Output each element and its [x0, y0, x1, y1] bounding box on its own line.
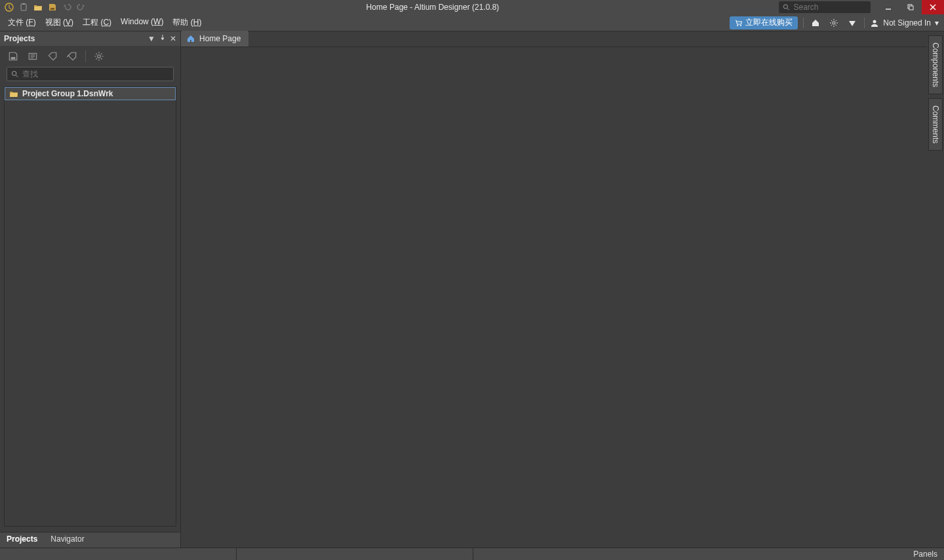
menu-window[interactable]: Window (W)	[121, 17, 163, 28]
svg-point-13	[873, 20, 876, 23]
sidebar-tab-comments[interactable]: Comments	[928, 98, 943, 151]
menu-file[interactable]: 文件 (F)	[8, 17, 36, 28]
title-bar: Home Page - Altium Designer (21.0.8)	[0, 0, 944, 14]
tag-icon[interactable]	[46, 50, 59, 63]
user-icon	[870, 18, 879, 28]
signin-dropdown[interactable]: Not Signed In ▾	[870, 18, 939, 28]
tab-navigator[interactable]: Navigator	[44, 532, 90, 548]
search-icon	[11, 70, 18, 78]
svg-rect-1	[22, 3, 25, 5]
svg-line-18	[16, 75, 18, 77]
svg-point-10	[737, 25, 738, 26]
search-icon	[783, 3, 789, 11]
home-icon	[186, 34, 195, 43]
save-disk-icon[interactable]	[7, 50, 20, 63]
svg-rect-2	[50, 8, 54, 10]
undo-icon[interactable]	[62, 2, 72, 12]
buy-online-button[interactable]: 立即在线购买	[730, 16, 798, 29]
svg-line-4	[787, 9, 789, 10]
redo-icon[interactable]	[76, 2, 87, 12]
menu-project[interactable]: 工程 (C)	[83, 17, 111, 28]
svg-point-11	[740, 25, 741, 26]
right-sidebar: Components Comments	[927, 31, 944, 548]
workspace-icon	[9, 89, 18, 98]
sidebar-tab-components[interactable]: Components	[928, 35, 943, 94]
svg-point-3	[783, 5, 787, 9]
save-icon[interactable]	[47, 2, 58, 12]
menu-help[interactable]: 帮助 (H)	[172, 17, 201, 28]
project-group-root[interactable]: Project Group 1.DsnWrk	[5, 87, 176, 100]
app-logo-icon	[4, 2, 14, 12]
svg-point-12	[833, 22, 835, 24]
buy-online-label: 立即在线购买	[745, 17, 793, 28]
pin-icon[interactable]	[159, 34, 166, 43]
document-tabs: Home Page	[181, 31, 927, 47]
chevron-down-icon: ▾	[935, 18, 939, 28]
signin-label: Not Signed In	[883, 18, 931, 28]
doc-tab-home[interactable]: Home Page	[181, 31, 248, 47]
projects-toolbar	[0, 46, 180, 67]
open-folder-icon[interactable]	[33, 2, 43, 12]
svg-rect-0	[21, 4, 26, 10]
clipboard-icon[interactable]	[18, 2, 29, 12]
svg-rect-7	[909, 6, 913, 10]
compile-icon[interactable]	[26, 50, 39, 63]
window-title: Home Page - Altium Designer (21.0.8)	[87, 3, 779, 12]
projects-search[interactable]	[7, 67, 174, 81]
home-icon[interactable]	[809, 16, 822, 29]
doc-tab-label: Home Page	[199, 34, 241, 43]
tag-stack-icon[interactable]	[66, 50, 79, 63]
svg-point-17	[12, 71, 16, 75]
close-button[interactable]	[922, 0, 944, 14]
status-bar: Panels	[0, 548, 944, 560]
global-search[interactable]	[779, 1, 871, 13]
maximize-button[interactable]	[899, 0, 922, 14]
projects-panel-title: Projects	[4, 34, 148, 43]
svg-rect-14	[11, 57, 16, 59]
menu-view[interactable]: 视图 (V)	[45, 17, 73, 28]
menu-bar: 文件 (F) 视图 (V) 工程 (C) Window (W) 帮助 (H) 立…	[0, 14, 944, 31]
project-tree[interactable]: Project Group 1.DsnWrk	[4, 86, 176, 527]
projects-search-input[interactable]	[22, 69, 169, 79]
projects-panel-header: Projects ▼ ✕	[0, 31, 180, 46]
left-panel-tabs: Projects Navigator	[0, 532, 180, 548]
cart-icon	[735, 19, 743, 27]
gear-icon[interactable]	[92, 50, 106, 63]
home-page-canvas	[181, 47, 927, 548]
status-cell-2	[237, 548, 473, 560]
projects-panel: Projects ▼ ✕	[0, 31, 181, 548]
settings-icon[interactable]	[827, 16, 840, 29]
svg-point-16	[98, 55, 101, 58]
extensions-icon[interactable]	[846, 16, 859, 29]
project-group-label: Project Group 1.DsnWrk	[22, 89, 113, 98]
panels-button[interactable]: Panels	[907, 550, 944, 559]
panel-close-icon[interactable]: ✕	[170, 34, 176, 43]
status-cell-1	[0, 548, 236, 560]
global-search-input[interactable]	[793, 3, 867, 12]
panel-options-icon[interactable]: ▼	[148, 34, 155, 43]
center-area: Home Page	[181, 31, 927, 548]
tab-projects[interactable]: Projects	[0, 532, 44, 548]
minimize-button[interactable]	[877, 0, 899, 14]
